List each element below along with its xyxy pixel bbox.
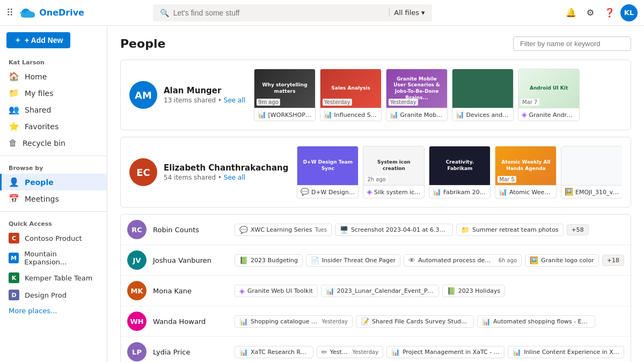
search-filter-dropdown[interactable]: All files ▾ xyxy=(389,9,425,17)
person-files-alan: Why storytelling matters 9m ago 📊 [WORKS… xyxy=(254,69,622,121)
filter-input[interactable] xyxy=(513,36,631,51)
eye-icon-chip: 👁 xyxy=(408,256,415,264)
person-files-lydia: 📊 XaTC Research Reports ✏️ Yesterday Yes… xyxy=(235,346,624,358)
person-row-lydia[interactable]: LP Lydia Price 📊 XaTC Research Reports ✏… xyxy=(121,337,631,362)
sidebar-item-favorites-label: Favorites xyxy=(25,122,58,131)
person-name-robin: Robin Counts xyxy=(153,226,228,234)
sidebar-item-recycle-bin[interactable]: 🗑 Recycle bin xyxy=(0,135,107,151)
file-chip-wanda-2[interactable]: 📊 Automated shopping flows - End user st… xyxy=(477,315,595,328)
sidebar-quick-access: C Contoso ProductM Mountain Expansion...… xyxy=(0,230,107,304)
file-thumb-alan-1[interactable]: Sales Analysis Yesterday 📊 Influenced Sa… xyxy=(320,69,382,121)
notifications-icon[interactable]: 🔔 xyxy=(562,4,580,21)
person-files-elizabeth: D+W Design Team Sync 💬 D+W Design Team S… xyxy=(297,146,622,198)
file-thumb-elizabeth-0[interactable]: D+W Design Team Sync 💬 D+W Design Team S… xyxy=(297,146,358,198)
main-content: People AM Alan Munger 13 items shared • … xyxy=(107,26,644,362)
file-thumb-elizabeth-2[interactable]: Creativity. Fabrikam 📊 Fabrikam 2023 HR … xyxy=(429,146,491,198)
person-items-alan: 13 items shared • See all xyxy=(164,97,245,104)
more-places-link[interactable]: More places... xyxy=(0,304,107,318)
app-layout: ＋ + Add New Kat Larson 🏠 Home📁 My files👥… xyxy=(0,26,644,362)
browse-by-label: Browse by xyxy=(0,160,107,174)
sidebar-item-home[interactable]: 🏠 Home xyxy=(0,68,107,85)
person-row-mona[interactable]: MK Mona Kane ◈ Granite Web UI Toolkit 📊 … xyxy=(121,276,631,306)
file-thumb-alan-2[interactable]: Granite Mobile User Scenarios & Jobs-To-… xyxy=(386,69,448,121)
settings-icon[interactable]: ⚙️ xyxy=(582,4,599,21)
search-bar[interactable]: 🔍 All files ▾ xyxy=(153,4,432,21)
app-logo[interactable]: OneDrive xyxy=(20,5,84,20)
see-all-link-alan[interactable]: See all xyxy=(224,97,245,104)
file-thumb-alan-4[interactable]: Android UI Kit Mar 7 ◈ Granite Android U… xyxy=(518,69,580,121)
top-navigation: ⠿ OneDrive 🔍 All files ▾ 🔔 ⚙️ ❓ KL xyxy=(0,0,644,26)
file-chip-lydia-2[interactable]: 📊 Project Management in XaTC - JTBDs Res… xyxy=(386,346,504,358)
file-chip-wanda-0[interactable]: 📊 Shopping catalogue - flash feedback Ye… xyxy=(235,315,353,328)
fig-icon-chip: ◈ xyxy=(239,287,245,295)
quick-access-label: Quick Access xyxy=(0,216,107,230)
my-files-icon: 📁 xyxy=(9,88,19,98)
person-row-wanda[interactable]: WH Wanda Howard 📊 Shopping catalogue - f… xyxy=(121,306,631,337)
file-chip-mona-0[interactable]: ◈ Granite Web UI Toolkit xyxy=(235,285,318,297)
file-thumb-elizabeth-1[interactable]: System icon creation 2h ago ◈ Silk syste… xyxy=(363,146,425,198)
sidebar-item-favorites[interactable]: ⭐ Favorites xyxy=(0,118,107,135)
contoso-icon: C xyxy=(9,233,19,243)
see-all-link-elizabeth[interactable]: See all xyxy=(224,174,245,181)
sidebar-quick-design-prod[interactable]: D Design Prod xyxy=(0,286,107,304)
help-icon[interactable]: ❓ xyxy=(601,4,618,21)
file-chip-lydia-3[interactable]: 📊 Inline Content Experience in XaTC - ..… xyxy=(508,346,624,358)
avatar-mona: MK xyxy=(127,281,147,300)
plus-badge-robin[interactable]: +58 xyxy=(567,224,589,235)
person-row-joshua[interactable]: JV Joshua Vanburen 📗 2023 Budgeting 📄 In… xyxy=(121,245,631,276)
file-chip-robin-0[interactable]: 💬 XWC Learning Series Tues xyxy=(235,224,332,236)
add-new-button[interactable]: ＋ + Add New xyxy=(6,32,70,48)
sidebar-item-shared[interactable]: 👥 Shared xyxy=(0,101,107,118)
sidebar-item-my-files[interactable]: 📁 My files xyxy=(0,85,107,101)
sidebar-item-people[interactable]: 👤 People xyxy=(0,174,107,190)
file-time-badge: Mar 7 xyxy=(521,99,539,106)
file-thumb-name: 💬 D+W Design Team Sync xyxy=(297,185,358,198)
plus-badge-joshua[interactable]: +18 xyxy=(602,255,624,266)
person-files-mona: ◈ Granite Web UI Toolkit 📊 2023_Lunar_Ca… xyxy=(235,285,624,297)
avatar-elizabeth: EC xyxy=(129,158,157,186)
file-chip-mona-2[interactable]: 📗 2023 Holidays xyxy=(442,285,506,297)
search-icon: 🔍 xyxy=(160,9,169,17)
file-chip-robin-1[interactable]: 🖥️ Screenshot 2023-04-01 at 6.36.30 PM xyxy=(335,224,453,236)
ppt-icon-chip: 📊 xyxy=(239,348,248,356)
file-chip-joshua-0[interactable]: 📗 2023 Budgeting xyxy=(235,254,303,267)
file-chip-joshua-2[interactable]: 👁 Automated process demo reel 6h ago xyxy=(404,254,522,267)
file-chip-lydia-1[interactable]: ✏️ Yesterday Yesterday xyxy=(317,346,383,358)
file-thumb-elizabeth-3[interactable]: Atomic Weekly All Hands Agenda Mar 5 📊 A… xyxy=(495,146,557,198)
file-chip-name: Automated shopping flows - End user st..… xyxy=(493,318,590,325)
sidebar-divider-2 xyxy=(0,211,107,212)
file-thumb-alan-0[interactable]: Why storytelling matters 9m ago 📊 [WORKS… xyxy=(254,69,316,121)
person-name-alan: Alan Munger xyxy=(164,86,245,95)
sidebar-item-recycle-bin-label: Recycle bin xyxy=(23,139,65,147)
file-chip-joshua-3[interactable]: 🖼️ Granite logo color xyxy=(525,254,598,267)
shared-icon: 👥 xyxy=(9,105,19,115)
sidebar-quick-kemper[interactable]: K Kemper Table Team xyxy=(0,269,107,286)
sidebar-item-people-label: People xyxy=(25,178,54,187)
page-title: People xyxy=(120,37,165,50)
sidebar-item-shared-label: Shared xyxy=(25,106,51,114)
file-thumb-elizabeth-4[interactable]: 🖼️ EMOJI_310_v002_4k_1035 xyxy=(561,146,622,198)
user-avatar[interactable]: KL xyxy=(620,4,638,21)
file-chip-robin-2[interactable]: 📁 Summer retreat team photos xyxy=(456,224,564,236)
file-chip-joshua-1[interactable]: 📄 Insider Threat One Pager xyxy=(306,254,400,267)
excel-icon-chip: 📗 xyxy=(239,256,248,264)
file-chip-name: Shared File Cards Survey Study Plan xyxy=(372,318,469,325)
file-thumb-alan-3[interactable]: 📊 Devices and sustainability xyxy=(452,69,514,121)
ppt-icon-chip: 📊 xyxy=(391,348,400,356)
sidebar: ＋ + Add New Kat Larson 🏠 Home📁 My files👥… xyxy=(0,26,107,362)
search-input[interactable] xyxy=(173,9,385,17)
sidebar-quick-mountain[interactable]: M Mountain Expansion... xyxy=(0,247,107,269)
waffle-icon[interactable]: ⠿ xyxy=(6,7,13,18)
sidebar-item-meetings[interactable]: 📅 Meetings xyxy=(0,190,107,207)
sidebar-quick-contoso-label: Contoso Product xyxy=(25,234,82,242)
file-chip-lydia-0[interactable]: 📊 XaTC Research Reports xyxy=(235,346,313,358)
person-row-robin[interactable]: RC Robin Counts 💬 XWC Learning Series Tu… xyxy=(121,215,631,245)
file-thumb-name: 📊 Fabrikam 2023 HR Princi... xyxy=(429,185,490,198)
file-chip-name: 2023 Holidays xyxy=(458,287,501,294)
file-chip-wanda-1[interactable]: 📝 Shared File Cards Survey Study Plan xyxy=(356,315,474,328)
file-chip-name: 2023_Lunar_Calendar_Event_Poster_FINAL xyxy=(337,287,434,294)
file-chip-name: Insider Threat One Pager xyxy=(322,257,396,264)
file-chip-mona-1[interactable]: 📊 2023_Lunar_Calendar_Event_Poster_FINAL xyxy=(321,285,439,297)
file-time-badge: Yesterday xyxy=(323,99,352,106)
sidebar-quick-contoso[interactable]: C Contoso Product xyxy=(0,230,107,247)
